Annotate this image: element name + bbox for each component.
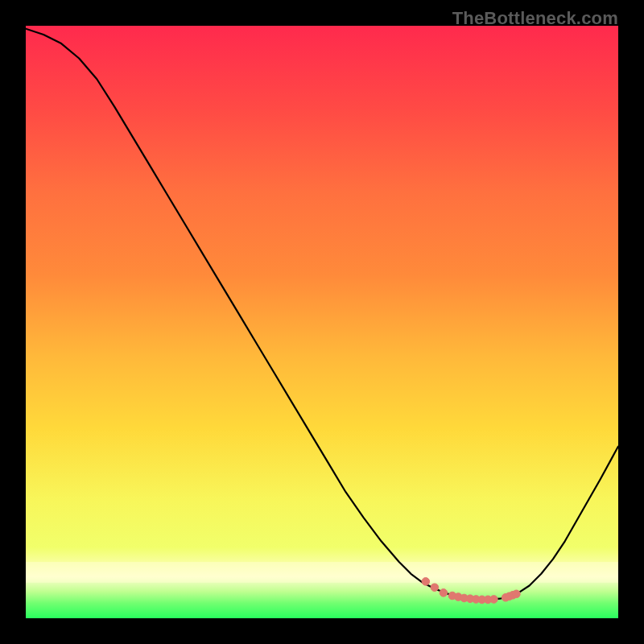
light-band	[26, 562, 618, 583]
optimal-marker	[422, 578, 430, 586]
optimal-marker	[490, 596, 498, 604]
optimal-marker	[440, 589, 448, 597]
chart-container: TheBottleneck.com	[0, 0, 644, 644]
chart-svg	[26, 26, 618, 618]
plot-area	[26, 26, 618, 618]
gradient-background	[26, 26, 618, 618]
optimal-marker	[431, 584, 439, 592]
optimal-marker	[513, 590, 521, 598]
